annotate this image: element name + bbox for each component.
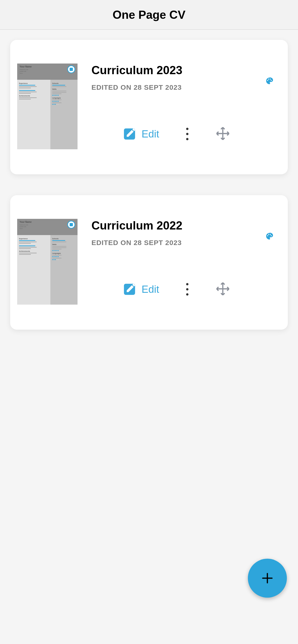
avatar-icon [67,65,75,73]
palette-icon[interactable] [265,77,273,86]
cv-edited-date: EDITED ON 28 SEPT 2023 [91,239,281,247]
cv-edited-date: EDITED ON 28 SEPT 2023 [91,84,281,91]
more-menu-button[interactable] [185,282,190,297]
move-icon[interactable] [215,126,230,142]
cv-title: Curriculum 2023 [91,64,281,77]
edit-icon [124,284,135,295]
more-menu-button[interactable] [185,126,190,142]
edit-label: Edit [142,284,159,295]
cv-card: Your Name Awesome Job12345 678Town Exper… [10,195,288,330]
cv-title: Curriculum 2022 [91,219,281,232]
app-header: One Page CV [0,0,298,30]
cv-thumbnail[interactable]: Your Name Awesome Job12345 678Town Exper… [17,219,78,304]
add-cv-button[interactable] [248,559,287,598]
avatar-icon [67,221,75,228]
cv-thumbnail[interactable]: Your Name Awesome Job12345 678Town Exper… [17,64,78,149]
move-icon[interactable] [215,282,230,297]
page-title: One Page CV [113,8,185,22]
edit-button[interactable]: Edit [124,284,159,295]
cv-list: Your Name Awesome Job12345 678Town Exper… [0,30,298,361]
plus-icon [260,571,274,585]
cv-card: Your Name Awesome Job12345 678Town Exper… [10,40,288,174]
edit-button[interactable]: Edit [124,128,159,140]
edit-icon [124,128,135,140]
palette-icon[interactable] [265,232,273,241]
edit-label: Edit [142,128,159,140]
